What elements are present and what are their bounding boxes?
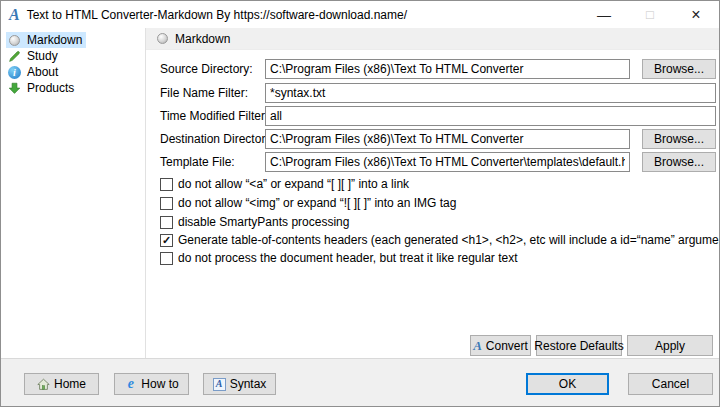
sidebar-item-about[interactable]: i About [6, 64, 62, 80]
checkbox[interactable] [160, 216, 173, 229]
info-icon: i [8, 66, 21, 79]
howto-label: How to [141, 377, 178, 391]
checkbox[interactable] [160, 178, 173, 191]
main-header: Markdown [146, 28, 719, 50]
minimize-icon: — [597, 7, 611, 23]
field-label: Template File: [160, 155, 235, 169]
syntax-label: Syntax [230, 377, 267, 391]
main-panel: Markdown Source Directory: Browse... Fil… [146, 28, 719, 358]
close-button[interactable]: × [673, 1, 719, 28]
maximize-icon: □ [646, 7, 654, 22]
sidebar-item-study[interactable]: Study [6, 48, 62, 64]
sphere-icon [156, 32, 169, 45]
sidebar-item-label: About [27, 65, 58, 79]
sidebar-item-label: Markdown [27, 33, 82, 47]
sidebar: Markdown Study i About Products [1, 28, 146, 358]
checkbox-row-no-link[interactable]: do not allow “<a” or expand “[ ][ ]” int… [160, 176, 409, 192]
checkbox-row-disable-smartypants[interactable]: disable SmartyPants processing [160, 214, 349, 230]
home-icon [37, 378, 50, 391]
field-label: Source Directory: [160, 62, 253, 76]
convert-button[interactable]: A Convert [470, 335, 531, 356]
destination-directory-input[interactable] [265, 129, 630, 149]
minimize-button[interactable]: — [581, 1, 627, 28]
restore-defaults-button[interactable]: Restore Defaults [536, 335, 622, 356]
close-icon: × [691, 6, 700, 24]
field-label: Time Modified Filter: [160, 109, 268, 123]
action-button-row: A Convert Restore Defaults Apply [146, 335, 713, 356]
checkbox[interactable]: ✓ [160, 234, 173, 247]
convert-label: Convert [486, 339, 528, 353]
checkbox-row-skip-doc-header[interactable]: do not process the document header, but … [160, 250, 518, 266]
sidebar-item-markdown[interactable]: Markdown [6, 32, 86, 48]
maximize-button: □ [627, 1, 673, 28]
file-name-filter-input[interactable] [265, 83, 716, 103]
window-controls: — □ × [581, 1, 719, 28]
checkbox-label: do not allow “<img” or expand “![ ][ ]” … [178, 196, 456, 210]
sidebar-item-products[interactable]: Products [6, 80, 78, 96]
form-row: Template File: Browse... [146, 152, 719, 172]
checkbox-row-no-img[interactable]: do not allow “<img” or expand “![ ][ ]” … [160, 195, 456, 211]
sidebar-item-label: Study [27, 49, 58, 63]
checkbox-row-toc-headers[interactable]: ✓ Generate table-of-contents headers (ea… [160, 232, 720, 248]
template-file-input[interactable] [265, 152, 630, 172]
pencil-icon [8, 50, 21, 63]
field-label: File Name Filter: [160, 86, 248, 100]
time-modified-filter-input[interactable] [265, 106, 716, 126]
checkbox-label: Generate table-of-contents headers (each… [178, 233, 720, 247]
field-label: Destination Directory: [160, 132, 275, 146]
window-title: Text to HTML Converter-Markdown By https… [27, 8, 407, 22]
main-header-title: Markdown [175, 32, 230, 46]
sphere-icon [8, 34, 21, 47]
form-row: Destination Directory: Browse... [146, 129, 719, 149]
titlebar: A Text to HTML Converter-Markdown By htt… [1, 1, 719, 28]
checkbox[interactable] [160, 252, 173, 265]
source-directory-input[interactable] [265, 59, 630, 79]
footer-bar: Home e How to A Syntax OK Cancel [1, 358, 719, 407]
form-row: File Name Filter: [146, 83, 719, 103]
home-button[interactable]: Home [24, 373, 99, 395]
syntax-button[interactable]: A Syntax [203, 373, 276, 395]
app-icon: A [9, 7, 20, 23]
ok-button[interactable]: OK [526, 373, 609, 395]
form-row: Source Directory: Browse... [146, 59, 719, 79]
home-label: Home [54, 377, 86, 391]
checkbox-label: disable SmartyPants processing [178, 215, 349, 229]
template-browse-button[interactable]: Browse... [642, 152, 716, 172]
sidebar-item-label: Products [27, 81, 74, 95]
checkbox-label: do not allow “<a” or expand “[ ][ ]” int… [178, 177, 409, 191]
howto-button[interactable]: e How to [114, 373, 189, 395]
cancel-button[interactable]: Cancel [628, 373, 713, 395]
destination-browse-button[interactable]: Browse... [642, 129, 716, 149]
syntax-a-icon: A [213, 378, 226, 391]
form-row: Time Modified Filter: [146, 106, 719, 126]
source-browse-button[interactable]: Browse... [642, 59, 716, 79]
checkbox-label: do not process the document header, but … [178, 251, 518, 265]
browser-e-icon: e [124, 378, 137, 391]
checkbox[interactable] [160, 197, 173, 210]
apply-button[interactable]: Apply [627, 335, 713, 356]
convert-a-icon: A [473, 339, 482, 352]
down-arrow-icon [8, 82, 21, 95]
dialog-window: A Text to HTML Converter-Markdown By htt… [0, 0, 720, 407]
